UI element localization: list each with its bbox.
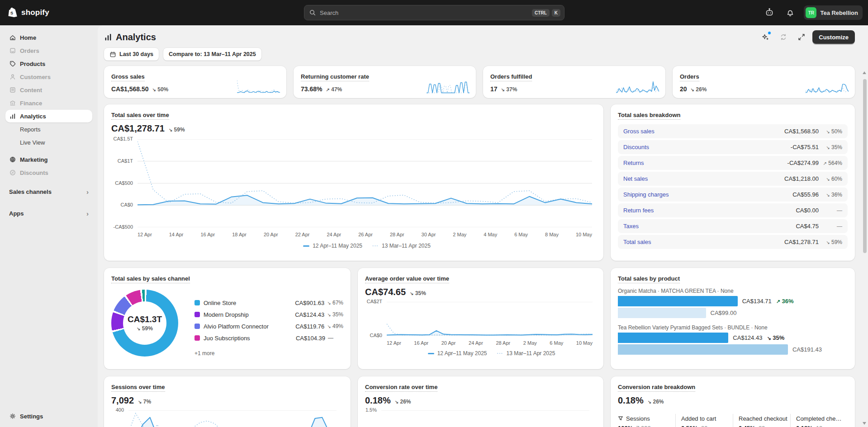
kpi-card-orders: Orders 20 ↘ 26% [673,66,855,98]
compare-range-button[interactable]: Compare to: 13 Mar–11 Apr 2025 [163,48,261,61]
svg-text:S: S [10,11,13,15]
home-icon [9,34,16,41]
x-axis-labels: 12 Apr14 Apr16 Apr18 Apr20 Apr22 Apr24 A… [138,232,592,237]
channel-legend: Online StoreCA$901.63↘ 67% Modern Dropsh… [194,297,343,357]
fullscreen-button[interactable] [794,30,809,44]
sessions-change: ↘ 7% [138,399,151,405]
product-compare-bar [618,308,706,318]
analytics-bars-icon [9,113,16,120]
aov-line-chart [387,302,593,336]
chevron-right-icon: › [86,188,89,196]
sessions-line-chart [128,410,337,427]
gear-icon [9,413,16,420]
insights-sparkle-button[interactable] [758,30,773,44]
kpi-value: 17 [490,85,498,93]
average-order-value-card: Average order value over time CA$74.65 ↘… [358,268,603,369]
product-name: Tea Rebellion Variety Pyramid Bagged Set… [618,324,848,331]
notifications-button[interactable] [783,5,797,20]
channel-swatch [194,300,200,305]
kpi-change: ↗ 47% [326,86,342,93]
sidebar-item-marketing[interactable]: Marketing [5,153,92,166]
current-period-swatch [303,245,309,247]
analytics-title-icon [104,33,112,41]
scrollbar-down-arrow[interactable] [863,422,866,425]
sidebar-item-reports[interactable]: Reports [5,123,92,136]
product-compare-bar [618,344,788,355]
product-change: ↘ 35% [767,334,784,341]
sales-by-channel-card: Total sales by sales channel CA$1.3T ↘ 5… [104,268,351,369]
chart-legend: 12 Apr–11 May 2025 ···13 Mar–11 Apr 2025 [387,350,596,357]
kpi-title[interactable]: Gross sales [111,73,145,81]
kpi-change: ↘ 37% [501,86,517,93]
scrollbar-thumb[interactable] [863,79,867,253]
kpi-title[interactable]: Orders [680,73,699,81]
kpi-sparkline [237,80,280,94]
funnel-icon [618,416,623,421]
aov-value: CA$74.65 [365,287,406,297]
total-sales-over-time-card: Total sales over time CA$1,278.71 ↘ 59% … [104,104,603,261]
funnel-step-completed-checkout: Completed che… 0.18%13 [790,414,848,427]
date-range-button[interactable]: Last 30 days [104,48,159,61]
list-item: Juo SubscriptionsCA$104.39— [194,332,343,344]
sidebar-item-finance[interactable]: Finance [5,97,92,109]
funnel-step-sessions: Sessions 100%7,092 [618,414,675,427]
refresh-cycle-icon [779,33,787,41]
table-row: TaxesCA$4.75— [618,219,848,233]
account-menu[interactable]: TR Tea Rebellion [804,5,863,20]
sidebar-item-live-view[interactable]: Live View [5,136,92,149]
shopify-logo[interactable]: S shopify [8,7,49,18]
kpi-sparkline [427,80,470,94]
products-tag-icon [9,60,16,67]
sidebar-item-orders[interactable]: Orders [5,44,92,57]
table-row: Discounts-CA$75.51↘ 35% [618,140,848,154]
kpi-change: ↘ 26% [691,86,707,93]
bell-icon [786,9,794,17]
kpi-sparkline [616,80,659,94]
sessions-value: 7,092 [111,395,134,406]
sidebar-item-analytics[interactable]: Analytics [5,110,92,122]
kpi-title[interactable]: Orders fulfilled [490,73,532,81]
list-item: Alvio Platform ConnectorCA$119.76↘ 49% [194,320,343,332]
funnel-step-added-to-cart: Added to cart 0.51%36 [675,414,733,427]
y-axis-labels: 400200 [111,410,128,427]
kpi-sparkline [806,80,849,94]
sidebar-item-products[interactable]: Products [5,57,92,70]
sidebar: Home Orders Products Customers Content F… [0,25,98,427]
sidekick-assistant-button[interactable] [762,5,777,20]
customers-icon [9,73,16,80]
calendar-icon [109,51,116,58]
more-channels-link[interactable]: +1 more [194,350,343,357]
kpi-change: ↘ 50% [152,86,169,93]
y-axis-labels: CA$2TCA$0 [365,302,387,336]
search-input[interactable]: Search CTRL K [304,5,564,20]
conversion-value: 0.18% [365,395,391,406]
sidebar-item-home[interactable]: Home [5,31,92,44]
funnel-change: ↘ 26% [648,399,664,405]
conversion-rate-breakdown-card: Conversion rate breakdown 0.18% ↘ 26% Se… [611,376,855,427]
sidebar-section-apps[interactable]: Apps › [5,207,92,220]
sidebar-item-customers[interactable]: Customers [5,70,92,83]
breakdown-table: Gross salesCA$1,568.50↘ 50% Discounts-CA… [618,124,848,249]
kpi-title[interactable]: Returning customer rate [301,73,369,81]
customize-button[interactable]: Customize [812,30,855,44]
store-name: Tea Rebellion [820,9,858,16]
y-axis-labels: CA$1.5TCA$1TCA$500CA$0-CA$500 [111,139,138,227]
table-row: Shipping chargesCA$55.96↘ 36% [618,188,848,202]
sales-by-product-card: Total sales by product Organic Matcha · … [611,268,855,369]
table-row: Net salesCA$1,218.00↘ 60% [618,172,848,186]
scrollbar-up-arrow[interactable] [863,71,866,74]
sidebar-item-content[interactable]: Content [5,84,92,96]
kpi-value: 73.68% [301,85,322,93]
product-current-bar [618,296,738,306]
table-row: Total salesCA$1,278.71↘ 59% [618,235,848,249]
refresh-button[interactable] [776,30,791,44]
channel-swatch [194,312,200,317]
topbar: S shopify Search CTRL K TR Tea Rebellion [0,0,868,25]
sidebar-section-sales-channels[interactable]: Sales channels › [5,185,92,198]
sidebar-item-discounts[interactable]: Discounts [5,166,92,179]
list-item: Online StoreCA$901.63↘ 67% [194,297,343,309]
sidekick-robot-icon [765,8,774,17]
sidebar-item-settings[interactable]: Settings [5,410,92,422]
conversion-line-chart [381,410,589,427]
main-content: Analytics Customize Last 30 days Compare… [98,25,868,427]
